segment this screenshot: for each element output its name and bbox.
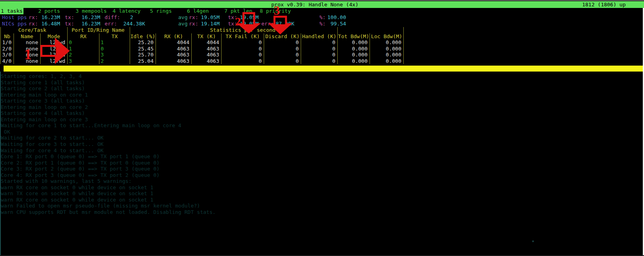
cell-tx-port: 0 [99, 46, 130, 52]
host-avg-tx-label: tx: [228, 14, 237, 21]
host-avg-rx-label: rx: [189, 14, 198, 21]
host-pct-value: 100.00 [327, 14, 346, 21]
nics-avg-rx-label: rx: [189, 21, 198, 27]
col-header-rx: RX [68, 33, 99, 40]
tab-tasks[interactable]: 1 tasks [0, 8, 23, 14]
cell-handled: 0 [301, 58, 338, 64]
cell-rx-port: 3 [68, 58, 99, 64]
host-avg-tx-value: 19.05M [240, 14, 259, 21]
stray-dot [532, 240, 534, 242]
cell-handled: 0 [301, 46, 338, 52]
host-avg-label: avg [178, 14, 187, 21]
cell-rx-k: 4044 [156, 39, 192, 46]
cell-discard: 0 [264, 39, 301, 46]
cell-tx-fail: 0 [222, 46, 264, 52]
nics-tx-value: 16.23M [82, 21, 100, 27]
cell-handled: 0 [301, 39, 338, 46]
col-header-discard: Discard (K) [264, 33, 301, 40]
cell-loc-bdw: 0.000 [370, 39, 404, 46]
nics-avg-err-value: 87.38K [276, 21, 294, 27]
console-left-edge [0, 72, 1, 256]
cell-name: none [14, 58, 41, 64]
col-header-name: Name [14, 33, 41, 40]
cell-discard: 0 [264, 58, 301, 64]
nics-avg-label: avg [178, 21, 187, 27]
yellow-separator-bar [0, 66, 644, 72]
cell-idle: 25.70 [130, 52, 156, 58]
group-separator [67, 27, 68, 33]
tab-l4gen[interactable]: 6 l4gen [187, 8, 209, 14]
cell-tx-k: 4063 [192, 58, 222, 64]
table-group-header-row: Core/Task Port ID/Ring Name Statistics p… [0, 27, 403, 33]
log-line: OK [1, 129, 641, 135]
col-header-rx-k: RX (K) [156, 33, 192, 40]
nics-stats-line: NICs pps rx: 16.48M tx: 16.23M err: 244.… [0, 21, 644, 27]
group-core-task: Core/Task [18, 27, 46, 33]
tab-bar: 1 tasks 2 ports 3 mempools 4 latency 5 r… [0, 8, 644, 14]
cell-loc-bdw: 0.000 [370, 46, 404, 52]
cell-mode: l2fwd [41, 58, 68, 64]
col-header-tot-bdw: Tot Bdw(M) [338, 33, 370, 40]
log-line: Starting core 3 (all tasks) [1, 98, 641, 104]
tab-ports[interactable]: 2 ports [38, 8, 60, 14]
cell-nb: 3/0 [1, 52, 14, 58]
tab-rings[interactable]: 5 rings [150, 8, 172, 14]
nics-avg-rx-value: 19.14M [201, 21, 220, 27]
cell-tx-port: 3 [99, 52, 130, 58]
host-stats-line: Host pps rx: 16.23M tx: 16.23M diff: 2 a… [0, 14, 644, 21]
group-separator [0, 27, 1, 33]
nics-rx-label: rx: [29, 21, 38, 27]
log-line: Core 3: RX port 2 (queue 0) ==> TX port … [1, 166, 641, 172]
log-line: Waiting for core 1 to start...Entering m… [1, 122, 641, 129]
cell-rx-k: 4063 [156, 52, 192, 58]
cell-rx-k: 4063 [156, 58, 192, 64]
cell-loc-bdw: 0.000 [370, 52, 404, 58]
log-line: Core 1: RX port 0 (queue 0) ==> TX port … [1, 153, 641, 160]
host-tx-value: 16.23M [82, 14, 100, 21]
log-line: Entering main loop on core 3 [1, 116, 641, 123]
cell-handled: 0 [301, 52, 338, 58]
cell-nb: 1/0 [1, 39, 14, 46]
cell-tot-bdw: 0.000 [338, 58, 370, 64]
cell-mode: l2fwd [41, 52, 68, 58]
tab-priority[interactable]: 8 priority [260, 8, 291, 14]
cell-rx-port: 2 [68, 52, 99, 58]
cell-tx-port: 2 [99, 58, 130, 64]
tab-mempools[interactable]: 3 mempools [76, 8, 107, 14]
cell-rx-port: 0 [68, 39, 99, 46]
console-log: Starting cores: 1, 2, 3, 4 Starting core… [1, 73, 641, 215]
host-rx-label: rx: [29, 14, 38, 21]
log-line: warn Failed to open msr pseudo-file (mis… [1, 203, 641, 209]
core-task-stats-table: Nb Name Mode RX TX Idle (%) RX (K) TX (K… [0, 33, 404, 64]
title-bar: prox v0.39: Handle None (4x) 1812 (1806)… [0, 1, 644, 8]
cell-idle: 25.04 [130, 58, 156, 64]
nics-avg-err-label: err: [261, 21, 274, 27]
col-header-loc-bdw: Loc Bdw(M) [370, 33, 404, 40]
cell-tx-k: 4044 [192, 39, 222, 46]
cell-nb: 4/0 [1, 58, 14, 64]
log-line: warn RX core on socket 0 while device on… [1, 184, 641, 191]
cell-discard: 0 [264, 52, 301, 58]
log-line: Core 2: RX port 1 (queue 0) ==> TX port … [1, 160, 641, 166]
tab-latency[interactable]: 4 latency [113, 8, 140, 14]
cell-idle: 25.45 [130, 46, 156, 52]
cell-rx-port: 1 [68, 46, 99, 52]
cell-tot-bdw: 0.000 [338, 39, 370, 46]
prox-terminal-screen: prox v0.39: Handle None (4x) 1812 (1806)… [0, 0, 644, 256]
log-line: Starting core 4 (all tasks) [1, 110, 641, 116]
group-statistics-per-second: Statistics per second [210, 27, 275, 33]
tab-pkt-len[interactable]: 7 pkt len [224, 8, 252, 14]
cell-tx-fail: 0 [222, 39, 264, 46]
col-header-nb: Nb [1, 33, 14, 40]
uptime-counter: 1812 (1806) up [582, 1, 626, 8]
col-header-mode: Mode [41, 33, 68, 40]
cell-nb: 2/0 [1, 46, 14, 52]
app-title: prox v0.39: Handle None (4x) [271, 1, 358, 8]
nics-tx-label: tx: [65, 21, 74, 27]
log-line: Core 4: RX port 3 (queue 0) ==> TX port … [1, 172, 641, 178]
yellow-bar-left-notch [0, 66, 4, 72]
log-line: Entering main loop on core 1 [1, 92, 641, 98]
host-diff-value: 2 [130, 14, 133, 21]
cell-mode: l2fwd [41, 46, 68, 52]
cell-name: none [14, 39, 41, 46]
